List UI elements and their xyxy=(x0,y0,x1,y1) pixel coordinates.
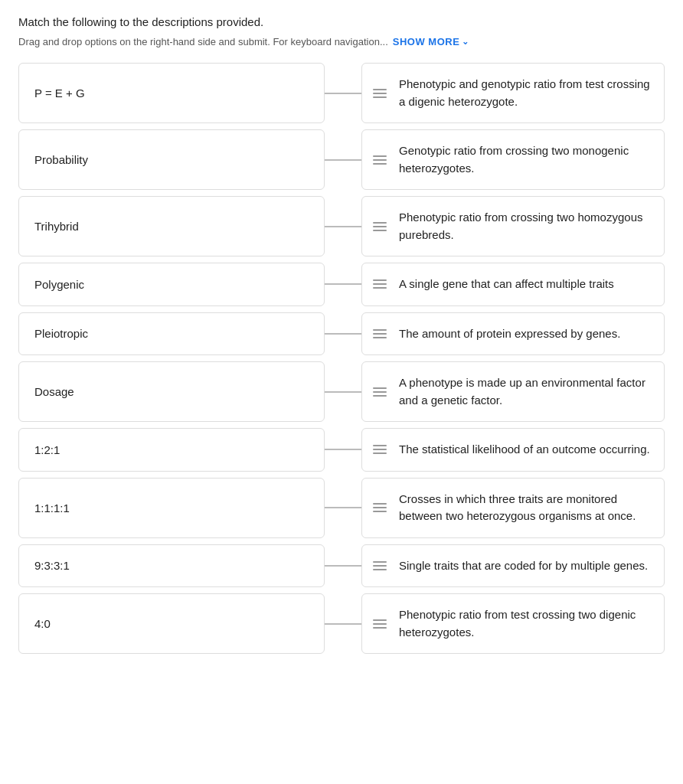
connector xyxy=(325,544,361,588)
drag-handle-icon[interactable] xyxy=(370,276,390,292)
description-text: Phenotypic ratio from test crossing two … xyxy=(399,606,652,641)
match-row: 4:0Phenotypic ratio from test crossing t… xyxy=(18,593,665,654)
right-description-card[interactable]: A phenotype is made up an environmental … xyxy=(361,361,665,422)
match-row: 9:3:3:1Single traits that are coded for … xyxy=(18,544,665,588)
match-row: TrihybridPhenotypic ratio from crossing … xyxy=(18,196,665,256)
right-description-card[interactable]: Phenotypic ratio from test crossing two … xyxy=(361,593,665,654)
description-text: A phenotype is made up an environmental … xyxy=(399,374,652,409)
drag-handle-icon[interactable] xyxy=(370,86,390,101)
drag-note-bar: Drag and drop options on the right-hand … xyxy=(18,36,665,47)
right-description-card[interactable]: Phenotypic and genotypic ratio from test… xyxy=(361,63,665,123)
match-container: P = E + GPhenotypic and genotypic ratio … xyxy=(18,63,665,660)
right-description-card[interactable]: Crosses in which three traits are monito… xyxy=(361,478,665,538)
connector-line xyxy=(325,623,361,625)
connector-line xyxy=(325,565,361,567)
connector xyxy=(325,478,361,538)
connector-line xyxy=(325,226,361,227)
left-term-card: 1:2:1 xyxy=(18,428,325,472)
connector xyxy=(325,129,361,190)
connector xyxy=(325,361,361,422)
right-description-card[interactable]: Phenotypic ratio from crossing two homoz… xyxy=(361,196,665,256)
connector xyxy=(325,593,361,654)
instructions-text: Match the following to the descriptions … xyxy=(18,15,665,28)
connector xyxy=(325,63,361,123)
connector xyxy=(325,263,361,306)
description-text: Phenotypic and genotypic ratio from test… xyxy=(399,76,652,110)
description-text: Genotypic ratio from crossing two monoge… xyxy=(399,142,652,177)
description-text: The amount of protein expressed by genes… xyxy=(399,325,652,343)
left-term-card: 4:0 xyxy=(18,593,325,654)
description-text: The statistical likelihood of an outcome… xyxy=(399,441,652,459)
match-row: 1:2:1The statistical likelihood of an ou… xyxy=(18,428,665,472)
drag-handle-icon[interactable] xyxy=(370,442,390,457)
match-row: PleiotropicThe amount of protein express… xyxy=(18,312,665,356)
match-row: DosageA phenotype is made up an environm… xyxy=(18,361,665,422)
connector xyxy=(325,428,361,472)
connector-line xyxy=(325,333,361,335)
match-row: P = E + GPhenotypic and genotypic ratio … xyxy=(18,63,665,123)
right-description-card[interactable]: A single gene that can affect multiple t… xyxy=(361,263,665,306)
description-text: Phenotypic ratio from crossing two homoz… xyxy=(399,209,652,243)
left-term-card: 9:3:3:1 xyxy=(18,544,325,588)
connector-line xyxy=(325,283,361,285)
match-row: 1:1:1:1Crosses in which three traits are… xyxy=(18,478,665,538)
description-text: Single traits that are coded for by mult… xyxy=(399,557,652,575)
show-more-button[interactable]: SHOW MORE ⌄ xyxy=(393,36,469,47)
connector-line xyxy=(325,507,361,508)
left-term-card: P = E + G xyxy=(18,63,325,123)
connector-line xyxy=(325,391,361,393)
left-term-card: Polygenic xyxy=(18,263,325,306)
left-term-card: Trihybrid xyxy=(18,196,325,256)
connector-line xyxy=(325,159,361,161)
drag-handle-icon[interactable] xyxy=(370,384,390,400)
connector xyxy=(325,312,361,356)
drag-handle-icon[interactable] xyxy=(370,219,390,234)
right-description-card[interactable]: The statistical likelihood of an outcome… xyxy=(361,428,665,472)
drag-handle-icon[interactable] xyxy=(370,616,390,632)
connector-line xyxy=(325,449,361,450)
right-description-card[interactable]: The amount of protein expressed by genes… xyxy=(361,312,665,356)
description-text: Crosses in which three traits are monito… xyxy=(399,491,652,525)
right-description-card[interactable]: Single traits that are coded for by mult… xyxy=(361,544,665,588)
left-term-card: Pleiotropic xyxy=(18,312,325,356)
left-term-card: 1:1:1:1 xyxy=(18,478,325,538)
drag-handle-icon[interactable] xyxy=(370,558,390,573)
chevron-down-icon: ⌄ xyxy=(462,37,469,47)
connector xyxy=(325,196,361,256)
match-row: PolygenicA single gene that can affect m… xyxy=(18,263,665,306)
left-term-card: Dosage xyxy=(18,361,325,422)
description-text: A single gene that can affect multiple t… xyxy=(399,276,652,293)
drag-handle-icon[interactable] xyxy=(370,500,390,515)
right-description-card[interactable]: Genotypic ratio from crossing two monoge… xyxy=(361,129,665,190)
left-term-card: Probability xyxy=(18,129,325,190)
drag-handle-icon[interactable] xyxy=(370,326,390,341)
connector-line xyxy=(325,93,361,94)
match-row: ProbabilityGenotypic ratio from crossing… xyxy=(18,129,665,190)
drag-handle-icon[interactable] xyxy=(370,152,390,168)
drag-note-text: Drag and drop options on the right-hand … xyxy=(18,36,388,47)
